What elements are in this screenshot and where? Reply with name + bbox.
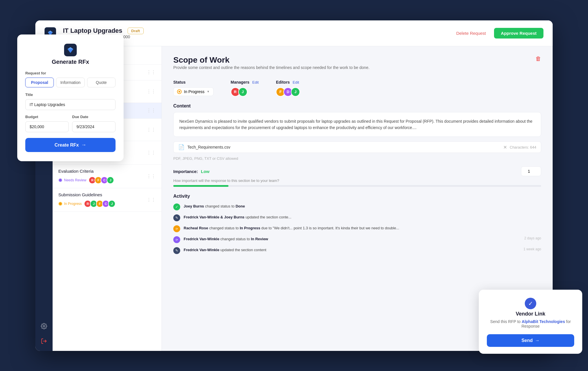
- file-attachment: 📄 Tech_Requirements.csv ✕ Characters: 64…: [173, 141, 541, 153]
- activity-text: Joey Burns changed status to Done: [184, 203, 538, 209]
- content-label: Content: [173, 103, 541, 109]
- approve-request-button[interactable]: Approve Request: [494, 28, 543, 39]
- delete-request-button[interactable]: Delete Request: [451, 28, 490, 38]
- budget-input[interactable]: [25, 121, 69, 132]
- file-name: Tech_Requirements.csv: [187, 145, 500, 149]
- drag-handle[interactable]: ⋮⋮: [147, 108, 156, 113]
- section-status: In Progress: [58, 202, 82, 206]
- scope-title: Scope of Work: [173, 55, 370, 65]
- send-arrow-icon: →: [535, 338, 540, 343]
- activity-item: ✓ Joey Burns changed status to Done: [173, 203, 541, 210]
- vendor-check-icon: ✓: [487, 298, 574, 309]
- modal-diamond-icon: [64, 44, 77, 56]
- content-text[interactable]: NexGen Dynamics is pleased to invite qua…: [173, 112, 541, 137]
- section-name: Evaluation Criteria: [58, 169, 114, 174]
- activity-time: 2 days ago: [524, 236, 541, 240]
- activity-text: Racheal Rose changed status to In Progre…: [184, 225, 538, 231]
- drag-handle[interactable]: ⋮⋮: [147, 174, 156, 179]
- managers-label: Managers Edit: [231, 80, 259, 84]
- activity-text: Fredrick Van-Winkle updated the section …: [184, 247, 520, 253]
- vendor-link-modal: ✓ Vendor Link Send this RFP to AlphaBit …: [479, 290, 582, 354]
- section-item-evaluation[interactable]: Evaluation Criteria Needs Review R F C J: [53, 165, 162, 188]
- status-label: Status: [173, 80, 214, 84]
- char-count: Characters: 644: [510, 145, 537, 149]
- activity-text: Fredrick Van-Winkle changed status to In…: [184, 236, 521, 242]
- svg-point-7: [43, 325, 45, 327]
- draft-badge: Draft: [128, 28, 144, 34]
- create-rfx-button[interactable]: Create RFx →: [25, 138, 116, 152]
- managers-edit-link[interactable]: Edit: [252, 80, 259, 84]
- manager-avatar-j: J: [238, 87, 247, 97]
- section-item-submission[interactable]: Submission Guidelines In Progress R J F …: [53, 188, 162, 212]
- rfx-quote-button[interactable]: Quote: [87, 78, 116, 87]
- rfx-information-button[interactable]: Information: [56, 78, 84, 87]
- drag-handle[interactable]: ⋮⋮: [147, 70, 156, 75]
- activity-time: 1 week ago: [524, 247, 541, 251]
- avatar: J: [107, 176, 114, 184]
- importance-question: How important will the response to this …: [173, 178, 541, 183]
- generate-rfx-modal: Generate RFx Request for Proposal Inform…: [17, 34, 124, 161]
- drag-handle[interactable]: ⋮⋮: [147, 150, 156, 155]
- request-for-label: Request for: [25, 71, 116, 75]
- drag-handle[interactable]: ⋮⋮: [147, 89, 156, 94]
- scope-description: Provide some context and outline the rea…: [173, 65, 370, 71]
- due-date-label: Due Date: [72, 115, 116, 119]
- editors-edit-link[interactable]: Edit: [293, 80, 299, 84]
- chevron-down-icon: ▼: [207, 90, 210, 93]
- editors-label: Editors Edit: [276, 80, 300, 84]
- due-date-input[interactable]: [72, 121, 116, 132]
- importance-bar: [173, 185, 541, 187]
- rfx-proposal-button[interactable]: Proposal: [25, 78, 54, 87]
- vendor-description: Send this RFP to AlphaBit Technologies f…: [487, 319, 574, 328]
- importance-value: Low: [201, 169, 210, 174]
- sidebar-icon-logout[interactable]: [39, 336, 49, 346]
- sidebar-icon-settings[interactable]: [39, 321, 49, 331]
- activity-dot-dark2: ✎: [173, 247, 180, 254]
- drag-handle[interactable]: ⋮⋮: [147, 127, 156, 132]
- activity-dot-dark: ✎: [173, 214, 180, 221]
- file-remove-icon[interactable]: ✕: [503, 145, 507, 150]
- modal-logo: [25, 44, 116, 56]
- status-dropdown[interactable]: In Progress ▼: [173, 87, 214, 96]
- section-name: Submission Guidelines: [58, 192, 116, 197]
- modal-title: Generate RFx: [25, 59, 116, 65]
- file-icon: 📄: [178, 144, 185, 150]
- upload-hint: PDF, JPEG, PNG, TXT or CSV allowed: [173, 155, 541, 162]
- vendor-title: Vendor Link: [487, 311, 574, 317]
- activity-item: ⟳ Fredrick Van-Winkle changed status to …: [173, 236, 541, 243]
- editor-avatar-j: J: [291, 87, 300, 97]
- activity-title: Activity: [173, 194, 541, 199]
- rfx-type-buttons: Proposal Information Quote: [25, 78, 116, 87]
- status-value: In Progress: [184, 89, 205, 94]
- activity-dot-purple: ⟳: [173, 236, 180, 243]
- activity-dot-green: ✓: [173, 203, 180, 210]
- drag-handle[interactable]: ⋮⋮: [147, 197, 156, 203]
- delete-section-icon[interactable]: 🗑: [535, 55, 541, 62]
- avatar: J: [108, 200, 116, 207]
- importance-label: Importance: Low: [173, 169, 210, 174]
- importance-input[interactable]: [521, 166, 541, 176]
- title-input[interactable]: [25, 99, 116, 110]
- activity-item: ✎ Fredrick Van-Winkle & Joey Burns updat…: [173, 214, 541, 221]
- activity-text: Fredrick Van-Winkle & Joey Burns updated…: [184, 214, 538, 220]
- title-label: Title: [25, 93, 116, 97]
- activity-item: ✎ Fredrick Van-Winkle updated the sectio…: [173, 247, 541, 254]
- activity-dot-orange: ⟳: [173, 225, 180, 232]
- arrow-icon: →: [81, 142, 86, 148]
- page-title: IT Laptop Upgrades: [63, 27, 122, 34]
- send-button[interactable]: Send →: [487, 334, 574, 347]
- status-icon: [177, 89, 182, 94]
- budget-label: Budget: [25, 115, 69, 119]
- activity-item: ⟳ Racheal Rose changed status to In Prog…: [173, 225, 541, 232]
- section-status: Needs Review: [58, 178, 86, 182]
